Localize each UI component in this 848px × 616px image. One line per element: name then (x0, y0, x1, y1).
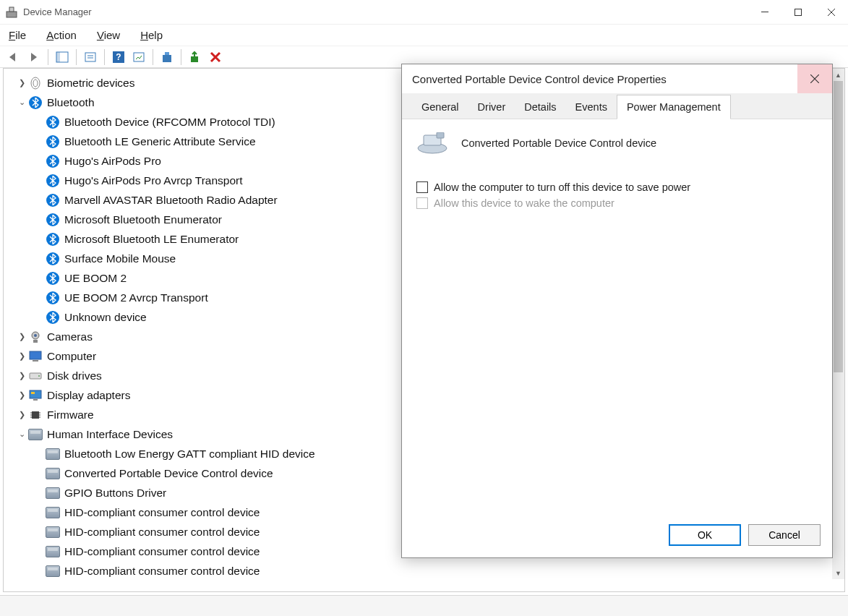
uninstall-device-button[interactable] (206, 48, 225, 66)
tree-label: Bluetooth LE Generic Attribute Service (64, 135, 256, 148)
tree-label: UE BOOM 2 (64, 272, 127, 285)
statusbar (0, 595, 848, 616)
tree-label: Microsoft Bluetooth Enumerator (64, 213, 222, 226)
tree-label: Bluetooth (47, 96, 95, 109)
tree-node-hid-child[interactable]: HID-compliant consumer control device (46, 561, 832, 581)
expand-icon[interactable]: ❯ (15, 410, 28, 419)
maximize-button[interactable] (781, 0, 815, 25)
svg-rect-26 (33, 399, 38, 401)
tree-label: HID-compliant consumer control device (64, 526, 260, 539)
tree-label: HID-compliant consumer control device (64, 565, 260, 578)
hid-icon (46, 486, 60, 500)
menu-view[interactable]: View (97, 29, 120, 41)
tree-label: Unknown device (64, 311, 147, 324)
svg-rect-25 (31, 392, 35, 394)
bluetooth-icon (46, 134, 60, 149)
toolbar-separator (48, 49, 48, 65)
expand-icon[interactable]: ❯ (15, 332, 28, 341)
expand-icon[interactable]: ❯ (15, 390, 28, 400)
tab-content: Converted Portable Device Control device… (402, 119, 832, 226)
menu-action[interactable]: Action (46, 29, 77, 41)
tree-label: Disk drives (47, 369, 102, 382)
minimize-button[interactable] (748, 0, 781, 25)
tree-label: Display adapters (47, 389, 130, 402)
svg-rect-14 (191, 56, 198, 62)
cancel-button[interactable]: Cancel (748, 524, 821, 546)
dialog-close-button[interactable] (797, 64, 832, 93)
tree-label: Marvell AVASTAR Bluetooth Radio Adapter (64, 194, 278, 207)
allow-wake-checkbox (416, 197, 428, 209)
update-driver-button[interactable] (158, 48, 176, 66)
svg-rect-21 (33, 360, 38, 362)
toolbar-separator (76, 49, 77, 65)
expand-icon[interactable]: ❯ (15, 351, 28, 361)
scroll-track[interactable] (832, 81, 844, 567)
dialog-titlebar: Converted Portable Device Control device… (402, 64, 832, 93)
disk-icon (28, 369, 43, 383)
scroll-up-icon[interactable]: ▲ (832, 69, 844, 81)
toolbar-separator (153, 49, 153, 65)
collapse-icon[interactable]: ⌄ (15, 98, 28, 107)
collapse-icon[interactable]: ⌄ (15, 429, 28, 439)
scroll-down-icon[interactable]: ▼ (832, 567, 844, 579)
hid-icon (46, 447, 60, 461)
tab-general[interactable]: General (412, 95, 468, 119)
dialog-tabs: General Driver Details Events Power Mana… (402, 93, 832, 119)
hid-icon (46, 525, 60, 539)
biometric-icon (28, 76, 43, 90)
menu-file[interactable]: File (9, 29, 26, 41)
window-controls (748, 0, 848, 25)
device-manager-icon (6, 7, 17, 18)
bluetooth-icon (46, 252, 60, 266)
scan-hardware-button[interactable] (129, 48, 148, 66)
allow-turn-off-label: Allow the computer to turn off this devi… (434, 181, 690, 193)
svg-point-15 (31, 77, 40, 89)
tree-label: GPIO Buttons Driver (64, 487, 166, 500)
tree-label: Bluetooth Device (RFCOMM Protocol TDI) (64, 116, 275, 129)
tree-label: Hugo's AirPods Pro Avrcp Transport (64, 174, 243, 187)
tab-events[interactable]: Events (566, 95, 617, 119)
allow-turn-off-checkbox[interactable] (416, 181, 428, 193)
firmware-icon (28, 408, 43, 422)
allow-wake-label: Allow this device to wake the computer (434, 197, 614, 209)
tab-power-management[interactable]: Power Management (617, 95, 731, 119)
window-title: Device Manager (23, 7, 92, 17)
tree-label: Microsoft Bluetooth LE Enumerator (64, 233, 239, 246)
svg-rect-12 (163, 55, 171, 62)
properties-button[interactable] (81, 48, 100, 66)
tree-label: Cameras (47, 330, 93, 343)
tree-label: HID-compliant consumer control device (64, 545, 260, 558)
back-button[interactable] (4, 48, 23, 66)
svg-rect-0 (7, 12, 17, 17)
expand-icon[interactable]: ❯ (15, 371, 28, 380)
svg-rect-20 (30, 351, 41, 359)
ok-button[interactable]: OK (669, 524, 741, 546)
hid-icon (46, 466, 60, 481)
toolbar-separator (181, 49, 181, 65)
bluetooth-icon (46, 115, 60, 129)
titlebar: Device Manager (0, 0, 848, 25)
help-button[interactable]: ? (109, 48, 128, 66)
expand-icon[interactable]: ❯ (15, 78, 28, 87)
device-icon (416, 132, 448, 154)
enable-device-button[interactable] (186, 48, 205, 66)
show-hide-tree-button[interactable] (53, 48, 72, 66)
tab-driver[interactable]: Driver (468, 95, 515, 119)
display-icon (28, 388, 43, 403)
allow-turn-off-row[interactable]: Allow the computer to turn off this devi… (416, 181, 818, 193)
svg-rect-5 (56, 52, 60, 62)
scroll-thumb[interactable] (834, 81, 843, 372)
forward-button[interactable] (25, 48, 43, 66)
tree-label: Bluetooth Low Energy GATT compliant HID … (64, 448, 315, 461)
tab-details[interactable]: Details (515, 95, 565, 119)
tree-label: Converted Portable Device Control device (64, 467, 273, 480)
svg-rect-36 (437, 132, 444, 138)
computer-icon (28, 349, 43, 364)
bluetooth-icon (46, 213, 60, 227)
menu-help[interactable]: Help (140, 29, 163, 41)
allow-wake-row: Allow this device to wake the computer (416, 197, 818, 209)
tree-label: Biometric devices (47, 77, 134, 90)
svg-rect-2 (761, 12, 768, 12)
vertical-scrollbar[interactable]: ▲ ▼ (832, 69, 844, 579)
close-button[interactable] (815, 0, 848, 25)
